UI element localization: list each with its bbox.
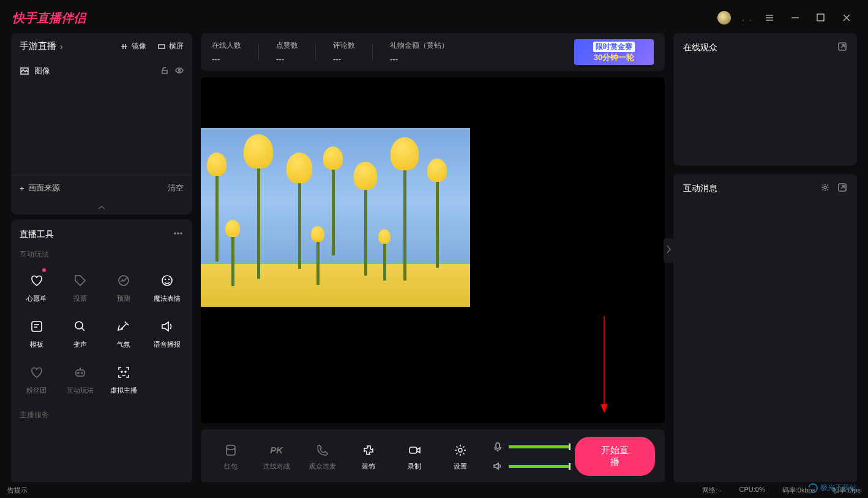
redpacket-icon	[223, 442, 239, 458]
plus-icon[interactable]: +	[20, 184, 24, 193]
pk-icon: PK	[269, 442, 285, 458]
mirror-toggle[interactable]: 镜像	[120, 41, 146, 51]
audience-panel: 在线观众	[673, 33, 857, 165]
mirror-label: 镜像	[132, 41, 146, 51]
tool-fans[interactable]: 粉丝团	[16, 359, 57, 400]
svg-point-15	[121, 371, 122, 372]
ctrl-decor[interactable]: 装饰	[348, 442, 388, 471]
tool-interact[interactable]: 互动玩法	[59, 359, 100, 400]
gear-icon	[452, 442, 468, 458]
speaker-volume[interactable]	[493, 461, 569, 471]
popout-icon[interactable]	[837, 42, 847, 53]
svg-point-8	[165, 279, 165, 280]
svg-point-2	[179, 69, 181, 71]
tool-label: 魔法表情	[154, 294, 181, 303]
tag-icon	[72, 272, 89, 289]
app-title: 快手直播伴侣	[12, 10, 86, 26]
minimize-icon[interactable]	[790, 12, 804, 23]
face-scan-icon	[115, 364, 132, 381]
svg-rect-0	[817, 14, 824, 21]
stat-online: 在线人数 ---	[212, 40, 241, 64]
svg-point-13	[78, 372, 79, 374]
stat-gifts: 礼物金额（黄钻） ---	[390, 40, 449, 64]
preview-canvas[interactable]	[201, 77, 665, 423]
stats-bar: 在线人数 --- 点赞数 --- 评论数 --- 礼物金额（黄钻） --- 限时…	[201, 33, 665, 71]
tool-label: 模板	[30, 340, 43, 349]
svg-rect-10	[32, 322, 42, 331]
notification-badge	[42, 268, 46, 272]
unlock-icon[interactable]	[160, 66, 169, 77]
tool-wishlist[interactable]: 心愿单	[16, 267, 57, 308]
user-avatar[interactable]	[717, 11, 731, 25]
eye-icon[interactable]	[175, 66, 184, 77]
tool-label: 语音播报	[154, 340, 181, 349]
tool-predict[interactable]: 预测	[103, 267, 144, 308]
tool-label: 虚拟主播	[110, 386, 137, 395]
clear-sources-button[interactable]: 清空	[168, 183, 184, 194]
tool-atmosphere[interactable]: 气氛	[103, 313, 144, 354]
svg-point-9	[168, 279, 169, 280]
settings-small-icon[interactable]	[820, 183, 830, 194]
image-icon	[20, 67, 29, 75]
heart-icon	[28, 272, 45, 289]
group-broadcast: 主播服务	[11, 406, 192, 424]
tools-panel: 直播工具 互动玩法 心愿单 投票 预测	[11, 219, 192, 483]
tool-voicefx[interactable]: 变声	[59, 313, 100, 354]
tool-tts[interactable]: 语音播报	[146, 313, 187, 354]
status-cpu: CPU:0%	[739, 486, 765, 495]
titlebar: 快手直播伴侣 . .	[0, 2, 868, 33]
svg-rect-12	[76, 370, 84, 376]
collapse-handle[interactable]	[11, 201, 192, 214]
tool-label: 心愿单	[26, 294, 47, 303]
tool-label: 投票	[73, 294, 87, 303]
stat-likes: 点赞数 ---	[276, 40, 298, 64]
svg-point-4	[178, 233, 179, 234]
mic-volume[interactable]	[493, 442, 569, 451]
add-source-label[interactable]: 画面来源	[28, 183, 60, 194]
ctrl-pk[interactable]: PK 连线对战	[256, 442, 296, 471]
ctrl-settings[interactable]: 设置	[441, 442, 481, 471]
svg-point-5	[181, 233, 182, 234]
watermark: 极光下载站	[808, 483, 857, 493]
mode-panel: 手游直播 › 镜像 横屏 图像	[11, 33, 192, 214]
tool-template[interactable]: 模板	[16, 313, 57, 354]
more-icon[interactable]	[173, 228, 184, 241]
confetti-icon	[115, 318, 132, 335]
expand-panel-icon[interactable]	[664, 238, 673, 263]
tool-label: 变声	[73, 340, 87, 349]
svg-point-21	[458, 448, 462, 452]
promo-banner[interactable]: 限时赏金赛 30分钟一轮	[574, 39, 654, 65]
preview-source-image[interactable]	[201, 128, 470, 307]
puzzle-icon	[361, 442, 376, 458]
ctrl-redpacket[interactable]: 红包	[211, 442, 250, 471]
start-stream-button[interactable]: 开始直播	[575, 437, 655, 476]
svg-point-14	[81, 372, 83, 374]
menu-icon[interactable]	[764, 12, 779, 23]
chevron-right-icon[interactable]: ›	[60, 42, 63, 51]
messages-title: 互动消息	[683, 183, 717, 194]
speaker-small-icon	[493, 461, 503, 471]
tool-vote[interactable]: 投票	[59, 267, 100, 308]
mode-title[interactable]: 手游直播	[20, 40, 56, 52]
robot-icon	[72, 364, 89, 381]
layer-row-image[interactable]: 图像	[11, 59, 192, 83]
popout-icon[interactable]	[837, 183, 847, 194]
messages-panel: 互动消息	[673, 174, 857, 483]
close-icon[interactable]	[841, 12, 856, 23]
tool-virtual[interactable]: 虚拟主播	[103, 359, 144, 400]
user-menu-dots[interactable]: . .	[742, 13, 753, 23]
statusbar: 告提示 网络:-- CPU:0% 码率:0kbps 帧率:0fps	[0, 482, 868, 498]
template-icon	[28, 318, 45, 335]
voice-icon	[72, 318, 89, 335]
orientation-toggle[interactable]: 横屏	[157, 41, 184, 51]
camera-icon	[406, 442, 422, 458]
control-bar: 红包 PK 连线对战 观众连麦 装饰 录制 设置	[201, 429, 665, 483]
ctrl-coview[interactable]: 观众连麦	[302, 442, 342, 471]
maximize-icon[interactable]	[815, 12, 830, 23]
ctrl-record[interactable]: 录制	[395, 442, 435, 471]
stat-comments: 评论数 ---	[333, 40, 355, 64]
status-tip: 告提示	[7, 486, 28, 495]
tool-magic-emoji[interactable]: 魔法表情	[146, 267, 187, 308]
svg-rect-22	[496, 443, 499, 448]
tool-label: 互动玩法	[67, 386, 94, 395]
